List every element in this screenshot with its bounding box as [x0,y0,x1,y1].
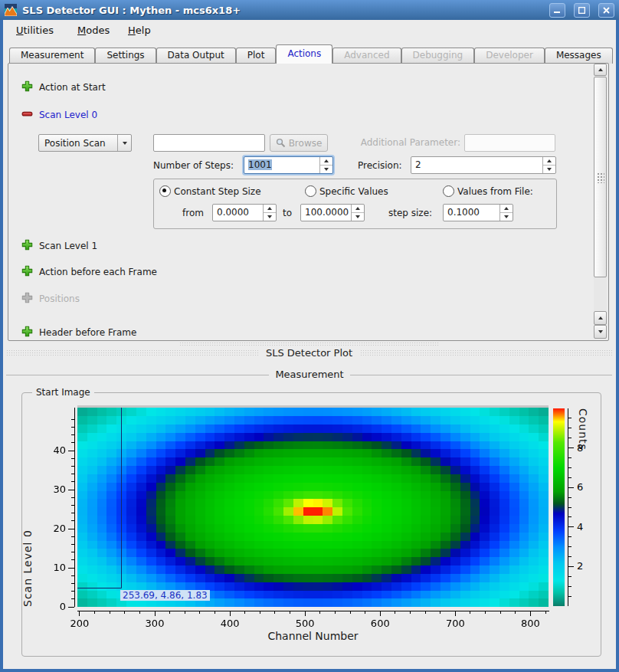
step-size-label: step size: [388,208,432,218]
tab-actions[interactable]: Actions [276,44,332,64]
tab-bar: MeasurementSettingsData OutputPlotAction… [9,44,613,64]
colorbar [553,408,565,606]
scan-level-1-label[interactable]: Scan Level 1 [39,241,97,251]
plot-dock-titlebar[interactable]: SLS Detector Plot [6,346,612,359]
constant-step-size-label[interactable]: Constant Step Size [174,186,261,197]
arrow-up-icon [598,68,603,71]
colorbar-tick-minor [568,418,572,418]
dock-title: SLS Detector Plot [266,347,352,359]
colorbar-tick-minor [568,507,572,508]
y-tick-minor [71,474,74,474]
values-from-file-label[interactable]: Values from File: [457,186,533,197]
x-tick-minor [545,611,546,614]
spin-buttons[interactable] [319,157,332,173]
scan-level-0-label[interactable]: Scan Level 0 [39,110,97,120]
y-tick-label: 40 [44,444,66,456]
x-tick-minor [425,611,426,614]
colorbar-tick-label: 6 [577,481,594,493]
maximize-button[interactable] [574,3,590,18]
vertical-scrollbar[interactable] [594,64,607,339]
x-tick-minor [470,611,470,614]
colorbar-tick-minor [568,467,572,468]
scroll-up-button[interactable] [594,64,607,76]
colorbar-tick-major [568,526,574,527]
add-icon[interactable] [21,239,33,251]
x-tick-major [305,611,306,616]
number-of-steps-value: 1001 [248,159,272,170]
header-before-frame-label[interactable]: Header before Frame [39,327,136,338]
spin-buttons[interactable] [542,157,555,173]
dock-hatch-left [6,349,258,356]
spin-buttons[interactable] [499,205,513,221]
browse-label: Browse [289,138,323,149]
from-value: 0.0000 [213,205,263,221]
tab-plot[interactable]: Plot [236,48,277,64]
y-tick-major [68,529,74,529]
scan-mode-value: Position Scan [39,138,117,149]
scroll-up-button-bottom[interactable] [594,311,607,325]
remove-icon[interactable] [21,108,33,120]
scroll-down-button[interactable] [594,325,607,339]
values-from-file-radio[interactable] [443,185,454,197]
colorbar-tick-minor [568,546,572,547]
specific-values-radio[interactable] [305,185,316,197]
tab-measurement[interactable]: Measurement [9,48,95,64]
number-of-steps-spinbox[interactable]: 1001 [244,156,333,174]
constant-step-size-radio[interactable] [159,185,171,197]
action-before-frame-label[interactable]: Action before each Frame [39,267,157,277]
scan-script-input[interactable] [153,134,265,152]
y-tick-minor [71,591,74,592]
colorbar-tick-minor [568,516,572,517]
y-tick-label: 0 [44,601,66,612]
colorbar-tick-minor [568,457,572,458]
scrollbar-thumb[interactable] [594,77,607,277]
tab-settings[interactable]: Settings [95,48,156,64]
precision-value: 2 [411,157,542,173]
combo-dropdown-button[interactable] [117,135,131,151]
close-button[interactable] [598,3,614,18]
tab-messages[interactable]: Messages [545,48,613,64]
precision-spinbox[interactable]: 2 [411,156,556,174]
x-tick-minor [290,611,290,614]
splitter-handle[interactable] [179,342,440,346]
colorbar-tick-minor [568,576,572,577]
x-tick-minor [485,611,486,614]
scan-mode-combobox[interactable]: Position Scan [38,134,132,152]
x-tick-minor [215,611,215,614]
specific-values-label[interactable]: Specific Values [319,186,388,197]
colorbar-tick-minor [568,428,572,428]
start-image-title: Start Image [32,387,94,398]
to-spinbox[interactable]: 100.0000 [300,204,365,221]
add-icon[interactable] [21,326,33,337]
title-bar[interactable]: SLS Detector GUI : Mythen - mcs6x18+ [0,0,619,20]
menu-modes[interactable]: Modes [74,23,113,38]
menu-help[interactable]: Help [124,23,155,38]
x-tick-minor [260,611,260,614]
y-tick-minor [71,434,74,435]
spin-buttons[interactable] [263,205,276,221]
minimize-icon [554,7,561,14]
tab-data-output[interactable]: Data Output [156,48,236,64]
heatmap-canvas[interactable] [77,408,549,607]
x-tick-minor [500,611,501,614]
menu-utilities[interactable]: Utilities [12,23,57,38]
y-tick-minor [71,497,74,498]
y-tick-minor [71,458,74,459]
from-spinbox[interactable]: 0.0000 [212,204,277,221]
minimize-button[interactable] [549,3,565,18]
step-size-spinbox[interactable]: 0.1000 [443,204,513,221]
add-icon-disabled [21,292,33,303]
x-tick-minor [395,611,395,614]
colorbar-tick-label: 4 [577,521,594,533]
y-tick-minor [71,466,74,467]
x-tick-minor [319,611,320,614]
y-tick-minor [71,442,74,443]
spin-buttons[interactable] [351,205,364,221]
add-icon[interactable] [21,265,33,277]
x-tick-major [230,611,231,616]
colorbar-tick-minor [568,556,572,557]
y-tick-label: 10 [44,562,66,573]
y-tick-minor [71,575,74,576]
add-icon[interactable] [21,80,33,92]
action-at-start-label[interactable]: Action at Start [39,82,106,93]
